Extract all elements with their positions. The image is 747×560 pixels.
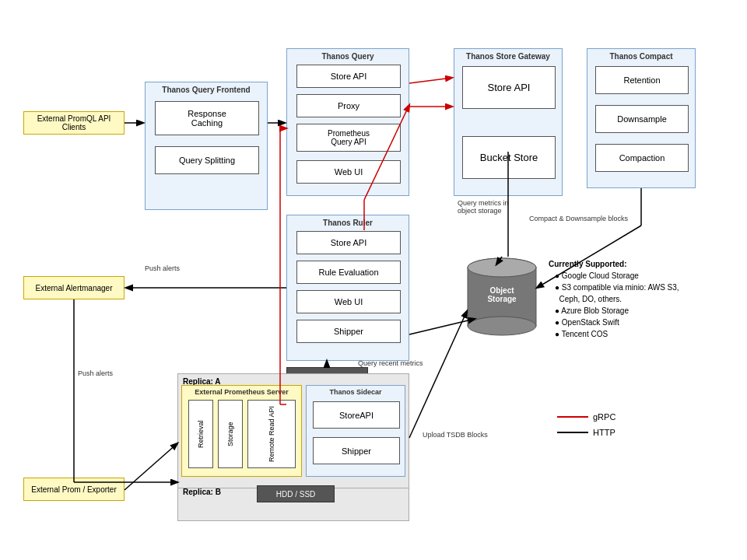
query-splitting-box: Query Splitting <box>155 146 259 174</box>
response-caching-box: ResponseCaching <box>155 101 259 135</box>
external-prometheus-container: External Prometheus Server Retrieval Sto… <box>181 385 302 477</box>
compact-downsample-box: Downsample <box>595 105 689 133</box>
thanos-compact-container: Thanos Compact Retention Downsample Comp… <box>587 48 696 188</box>
thanos-query-proxy-box: Proxy <box>296 94 401 117</box>
svg-line-21 <box>409 311 467 438</box>
object-storage-shape: ObjectStorage <box>467 257 537 338</box>
cs-item-5: ● Tencent COS <box>555 328 712 340</box>
hdd-ssd-prometheus-label: HDD / SSD <box>276 490 316 499</box>
cs-item-4: ● OpenStack Swift <box>555 317 712 328</box>
sidecar-storeapi-label: StoreAPI <box>339 411 374 420</box>
external-promql-box: External PromQL API Clients <box>23 111 124 135</box>
thanos-query-frontend-title: Thanos Query Frontend <box>146 86 267 94</box>
storage-box: Storage <box>218 400 243 468</box>
store-gateway-storeapi-label: Store API <box>488 82 531 93</box>
http-line <box>557 432 588 433</box>
thanos-sidecar-title: Thanos Sidecar <box>307 388 405 396</box>
thanos-query-promqapi-label: PrometheusQuery API <box>328 129 370 146</box>
ruler-shipper-box: Shipper <box>296 320 401 343</box>
replica-b-label: Replica: B <box>183 488 221 496</box>
sidecar-shipper-label: Shipper <box>342 446 371 456</box>
remote-read-api-box: Remote Read API <box>247 400 296 468</box>
grpc-line <box>557 416 588 418</box>
ruler-webui-label: Web UI <box>335 297 363 306</box>
thanos-query-container: Thanos Query Store API Proxy PrometheusQ… <box>286 48 409 196</box>
store-gateway-bucketstore-box: Bucket Store <box>462 136 556 179</box>
thanos-query-storeapi-label: Store API <box>331 72 366 81</box>
http-label: HTTP <box>593 428 615 437</box>
response-caching-label: ResponseCaching <box>188 109 226 128</box>
thanos-query-webui-box: Web UI <box>296 160 401 184</box>
query-splitting-label: Query Splitting <box>179 156 235 165</box>
thanos-ruler-title: Thanos Ruler <box>287 219 409 227</box>
thanos-store-gateway-title: Thanos Store Gateway <box>454 52 562 61</box>
ruler-storeapi-label: Store API <box>331 238 366 247</box>
external-alertmanager-label: External Alertmanager <box>36 284 113 292</box>
push-alerts-2-label: Push alerts <box>78 369 113 377</box>
external-prom-exporter-label: External Prom / Exporter <box>31 485 116 494</box>
thanos-query-webui-label: Web UI <box>335 167 363 177</box>
ruler-rule-evaluation-label: Rule Evaluation <box>318 268 378 277</box>
replica-a-container: Replica: A External Prometheus Server Re… <box>177 373 409 488</box>
thanos-ruler-container: Thanos Ruler Store API Rule Evaluation W… <box>286 215 409 361</box>
thanos-query-proxy-label: Proxy <box>338 101 359 110</box>
store-gateway-bucketstore-label: Bucket Store <box>480 152 538 163</box>
thanos-query-promqapi-box: PrometheusQuery API <box>296 124 401 152</box>
external-promql-label: External PromQL API Clients <box>26 114 122 131</box>
external-prom-exporter-box: External Prom / Exporter <box>23 478 124 501</box>
thanos-query-storeapi-box: Store API <box>296 65 401 88</box>
grpc-label: gRPC <box>593 412 615 422</box>
upload-tsdb-label: Upload TSDB Blocks <box>423 431 488 439</box>
retrieval-label: Retrieval <box>197 420 205 448</box>
object-storage-label: ObjectStorage <box>487 286 516 303</box>
hdd-ssd-prometheus-box: HDD / SSD <box>257 485 335 502</box>
svg-line-14 <box>409 319 475 334</box>
legend-http: HTTP <box>557 428 615 437</box>
storage-label: Storage <box>226 422 234 446</box>
svg-point-2 <box>468 317 536 335</box>
compact-downsample-label: Downsample <box>617 114 667 124</box>
store-gateway-storeapi-box: Store API <box>462 66 556 109</box>
thanos-query-title: Thanos Query <box>287 52 409 61</box>
sidecar-storeapi-box: StoreAPI <box>313 401 400 429</box>
legend-grpc: gRPC <box>557 412 615 422</box>
ruler-shipper-label: Shipper <box>334 327 363 336</box>
thanos-store-gateway-container: Thanos Store Gateway Store API Bucket St… <box>454 48 563 196</box>
cs-item-2: ● S3 compatible via minio: AWS S3, Ceph,… <box>555 282 712 305</box>
external-alertmanager-box: External Alertmanager <box>23 276 124 299</box>
remote-read-api-label: Remote Read API <box>268 406 275 462</box>
svg-line-6 <box>409 78 452 83</box>
compact-retention-label: Retention <box>623 75 660 85</box>
push-alerts-1-label: Push alerts <box>145 264 180 272</box>
retrieval-box: Retrieval <box>188 400 213 468</box>
diagram: External PromQL API Clients Thanos Query… <box>0 0 747 560</box>
cs-item-3: ● Azure Blob Storage <box>555 305 712 317</box>
sidecar-shipper-box: Shipper <box>313 437 400 464</box>
cs-item-1: ● Google Cloud Storage <box>555 270 712 282</box>
currently-supported-block: Currently Supported: ● Google Cloud Stor… <box>549 258 712 340</box>
query-metrics-label: Query metrics in object storage <box>458 199 509 215</box>
thanos-query-frontend-container: Thanos Query Frontend ResponseCaching Qu… <box>145 82 268 210</box>
ruler-rule-evaluation-box: Rule Evaluation <box>296 261 401 284</box>
compact-downsample-label-text: Compact & Downsample blocks <box>529 215 628 222</box>
compact-compaction-label: Compaction <box>619 153 665 163</box>
ruler-webui-box: Web UI <box>296 290 401 313</box>
external-prometheus-title: External Prometheus Server <box>182 388 301 396</box>
ruler-storeapi-box: Store API <box>296 231 401 254</box>
compact-retention-box: Retention <box>595 66 689 94</box>
thanos-compact-title: Thanos Compact <box>587 52 695 61</box>
currently-supported-title: Currently Supported: <box>549 258 712 270</box>
query-recent-metrics-label: Query recent metrics <box>358 359 423 367</box>
svg-line-22 <box>124 443 177 490</box>
thanos-sidecar-container: Thanos Sidecar StoreAPI Shipper <box>306 385 405 477</box>
svg-point-3 <box>468 258 536 277</box>
compact-compaction-box: Compaction <box>595 144 689 172</box>
